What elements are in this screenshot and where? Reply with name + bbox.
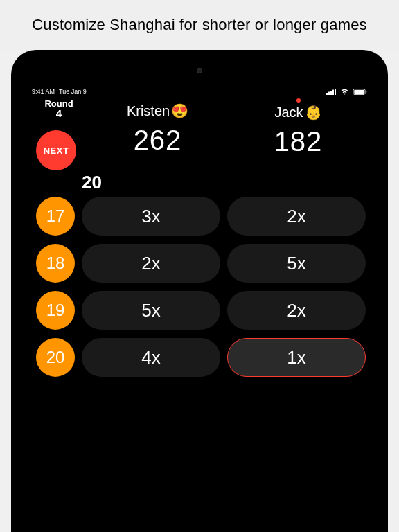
svg-rect-3	[332, 89, 334, 95]
multiplier-cell-p1[interactable]: 4x	[82, 338, 220, 377]
battery-icon	[353, 89, 367, 95]
player-1-name-text: Kristen	[127, 103, 170, 119]
status-bar: 9:41 AM Tue Jan 9	[26, 86, 373, 97]
status-date: Tue Jan 9	[59, 88, 87, 95]
player-1-emoji: 😍	[171, 103, 188, 119]
svg-rect-7	[366, 91, 366, 93]
multiplier-cell-p2[interactable]: 2x	[227, 197, 366, 236]
row-number-circle[interactable]: 18	[36, 244, 75, 283]
svg-rect-2	[330, 91, 332, 95]
round-number: 4	[30, 107, 87, 119]
svg-rect-6	[354, 89, 364, 93]
status-time: 9:41 AM	[32, 88, 55, 95]
row-number-circle[interactable]: 19	[36, 291, 75, 330]
player-1-score: 262	[87, 125, 228, 156]
score-row: 20 4x 1x	[36, 338, 366, 377]
score-row: 17 3x 2x	[36, 197, 366, 236]
wifi-icon	[340, 89, 349, 95]
signal-icon	[326, 89, 336, 95]
multiplier-cell-p2[interactable]: 5x	[227, 244, 366, 283]
tablet-frame: 9:41 AM Tue Jan 9 Round 4	[11, 50, 388, 532]
front-camera	[197, 68, 202, 73]
player-2-emoji: 👶	[305, 104, 322, 121]
player-2-name: Jack👶	[228, 104, 369, 121]
round-indicator: Round 4	[30, 98, 87, 119]
svg-rect-1	[328, 91, 330, 95]
screen: 9:41 AM Tue Jan 9 Round 4	[26, 86, 373, 532]
row-number-circle[interactable]: 20	[36, 338, 75, 377]
turn-indicator-dot	[296, 98, 301, 103]
marketing-caption: Customize Shanghai for shorter or longer…	[0, 0, 399, 50]
player-2-score: 182	[228, 126, 369, 157]
score-row: 18 2x 5x	[36, 244, 366, 283]
row-number-circle[interactable]: 17	[36, 197, 75, 236]
header-row: Round 4 Kristen😍 262 Jack👶 182	[26, 98, 373, 157]
score-row: 19 5x 2x	[36, 291, 366, 330]
player-2-name-text: Jack	[274, 105, 303, 121]
multiplier-cell-p2[interactable]: 2x	[227, 291, 366, 330]
svg-rect-4	[335, 89, 336, 95]
score-rows: 17 3x 2x 18 2x 5x 19 5x 2x 20 4x 1x	[26, 197, 373, 377]
next-button[interactable]: NEXT	[36, 130, 76, 170]
player-1-name: Kristen😍	[87, 103, 228, 119]
svg-rect-0	[326, 93, 328, 95]
multiplier-cell-p1[interactable]: 3x	[82, 197, 220, 236]
multiplier-cell-p1[interactable]: 5x	[82, 291, 220, 330]
multiplier-cell-p1[interactable]: 2x	[82, 244, 220, 283]
current-target-number: 20	[82, 172, 102, 193]
multiplier-cell-p2[interactable]: 1x	[227, 338, 366, 377]
player-2: Jack👶 182	[228, 98, 369, 157]
player-1: Kristen😍 262	[87, 98, 228, 156]
